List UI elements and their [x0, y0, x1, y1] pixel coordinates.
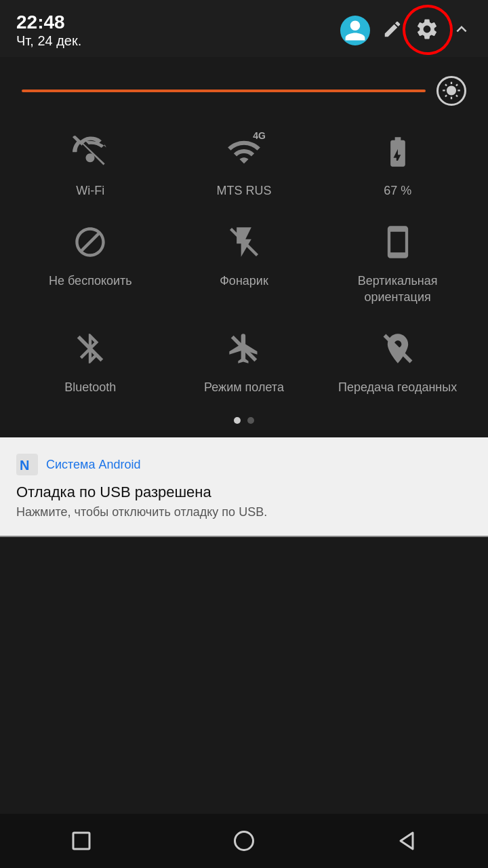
page-dot-2[interactable]: [247, 417, 254, 424]
rotation-icon: [380, 224, 415, 260]
page-dot-1[interactable]: [234, 417, 241, 424]
wifi-off-icon: [73, 134, 108, 170]
person-icon: [343, 18, 367, 43]
tile-rotation-label: Вертикальная ориентация: [337, 273, 459, 305]
tile-dnd[interactable]: Не беспокоить: [29, 220, 151, 305]
edit-icon[interactable]: [382, 19, 403, 42]
status-bar: 22:48 Чт, 24 дек.: [0, 0, 488, 57]
tile-wifi-label: Wi-Fi: [76, 183, 104, 199]
tile-battery[interactable]: 67 %: [337, 130, 459, 199]
avatar-icon[interactable]: [340, 16, 370, 45]
tile-airplane[interactable]: Режим полета: [183, 327, 305, 395]
recent-apps-icon: [69, 829, 94, 853]
home-button[interactable]: [217, 821, 271, 861]
tile-mts-label: MTS RUS: [216, 183, 271, 199]
tile-rotation[interactable]: Вертикальная ориентация: [337, 220, 459, 305]
tile-battery-label: 67 %: [384, 183, 411, 199]
flashlight-icon: [226, 224, 262, 260]
tile-wifi[interactable]: Wi-Fi: [29, 130, 151, 199]
notification-body: Нажмите, чтобы отключить отладку по USB.: [16, 505, 472, 519]
tiles-row-1: Wi-Fi 4G MTS RUS 67 %: [0, 119, 488, 210]
tiles-row-2: Не беспокоить Фонарик Вертикальная ориен…: [0, 210, 488, 316]
brightness-sun-icon: [436, 76, 466, 106]
location-off-icon: [380, 331, 415, 366]
dnd-icon: [73, 224, 108, 260]
notification-section[interactable]: N Система Android Отладка по USB разреше…: [0, 437, 488, 536]
airplane-icon: [226, 331, 262, 366]
back-icon: [394, 829, 419, 853]
brightness-section[interactable]: [0, 57, 488, 119]
notification-title: Отладка по USB разрешена: [16, 484, 472, 501]
gear-icon: [415, 17, 439, 41]
svg-point-7: [235, 832, 253, 850]
tile-location[interactable]: Передача геоданных: [337, 327, 459, 395]
back-button[interactable]: [380, 821, 434, 861]
tile-bluetooth-label: Bluetooth: [64, 380, 116, 395]
svg-marker-8: [401, 833, 413, 849]
chevron-up-icon[interactable]: [451, 19, 472, 42]
tile-mts[interactable]: 4G MTS RUS: [183, 130, 305, 199]
battery-charging-icon: [380, 134, 415, 170]
notification-app-name: Система Android: [46, 458, 141, 472]
tile-airplane-label: Режим полета: [204, 380, 284, 395]
brightness-track[interactable]: [22, 90, 426, 92]
tile-flashlight-label: Фонарик: [220, 273, 268, 289]
tile-location-label: Передача геоданных: [338, 380, 457, 395]
status-icons: [340, 16, 472, 45]
separator: [0, 536, 488, 537]
tile-bluetooth[interactable]: Bluetooth: [29, 327, 151, 395]
date: Чт, 24 дек.: [16, 33, 81, 49]
status-time-date: 22:48 Чт, 24 дек.: [16, 12, 81, 49]
notification-header: N Система Android: [16, 454, 472, 475]
settings-button[interactable]: [415, 17, 439, 44]
svg-rect-6: [73, 833, 89, 849]
svg-text:N: N: [20, 458, 29, 473]
tiles-row-3: Bluetooth Режим полета Передача геоданны…: [0, 316, 488, 406]
home-icon: [232, 829, 256, 853]
tile-dnd-label: Не беспокоить: [49, 273, 132, 289]
bluetooth-icon: [73, 331, 108, 366]
time: 22:48: [16, 12, 81, 33]
nav-bar: [0, 814, 488, 868]
tile-flashlight[interactable]: Фонарик: [183, 220, 305, 305]
page-dots: [0, 406, 488, 437]
android-icon: N: [16, 454, 38, 475]
recent-apps-button[interactable]: [54, 821, 108, 861]
